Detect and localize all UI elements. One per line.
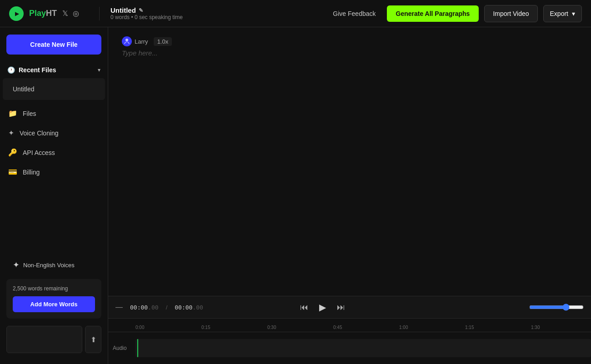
non-english-label: Non-English Voices bbox=[23, 262, 75, 269]
ruler-mark: 0:45 bbox=[333, 325, 399, 330]
svg-point-0 bbox=[125, 39, 128, 41]
paragraph-block: Larry 1.0x Type here... bbox=[122, 36, 577, 57]
paragraph-text[interactable]: Type here... bbox=[122, 49, 577, 57]
files-label: Files bbox=[23, 110, 36, 117]
api-access-label: API Access bbox=[23, 149, 55, 156]
ruler-mark: 1:00 bbox=[399, 325, 465, 330]
ruler-mark: 1:30 bbox=[531, 325, 591, 330]
playback-bar: — 00:00.00 / 00:00.00 ⏮ ▶ ⏭ bbox=[108, 296, 591, 319]
header: PlayHT 𝕏 ◎ Untitled ✎ 0 words • 0 sec sp… bbox=[0, 0, 591, 27]
recent-files-header[interactable]: 🕐 Recent Files ▾ bbox=[0, 62, 108, 78]
file-edit-icon[interactable]: ✎ bbox=[139, 7, 143, 14]
sidebar-nav: 📁 Files ✦ Voice Cloning 🔑 API Access 💳 B… bbox=[0, 104, 108, 182]
playback-controls: ⏮ ▶ ⏭ bbox=[298, 300, 347, 314]
generate-button[interactable]: Generate All Paragraphs bbox=[387, 5, 479, 22]
logo-text: PlayHT bbox=[29, 9, 57, 18]
logo-area: PlayHT 𝕏 ◎ bbox=[9, 6, 79, 21]
voice-avatar bbox=[122, 36, 132, 46]
file-meta: 0 words • 0 sec speaking time bbox=[110, 14, 183, 20]
voice-cloning-label: Voice Cloning bbox=[20, 130, 59, 137]
import-button[interactable]: Import Video bbox=[484, 5, 537, 22]
ruler-mark: 0:30 bbox=[267, 325, 333, 330]
clock-icon: 🕐 bbox=[7, 66, 15, 74]
sidebar-textarea-submit-button[interactable]: ⬆ bbox=[85, 326, 101, 353]
recent-files-list: Untitled bbox=[3, 78, 105, 100]
billing-icon: 💳 bbox=[8, 168, 17, 176]
timeline-ruler: 0:000:150:300:451:001:151:301:45 bbox=[108, 319, 591, 332]
volume-slider-wrap bbox=[529, 304, 584, 311]
sidebar-item-files[interactable]: 📁 Files bbox=[0, 104, 108, 123]
content-area: Larry 1.0x Type here... — 00:00.00 / 00:… bbox=[108, 27, 591, 364]
api-access-icon: 🔑 bbox=[8, 148, 17, 157]
logo-icon bbox=[9, 6, 24, 21]
ruler-mark: 0:15 bbox=[201, 325, 267, 330]
time-separator: / bbox=[166, 304, 168, 311]
audio-track-body bbox=[135, 339, 591, 357]
timeline-area: 0:000:150:300:451:001:151:301:45 Audio bbox=[108, 319, 591, 364]
file-title-text: Untitled bbox=[110, 6, 136, 14]
words-remaining-card: 2,500 words remaining Add More Words bbox=[6, 279, 101, 319]
non-english-voices-item[interactable]: ✦ Non-English Voices bbox=[6, 254, 101, 275]
playback-dash: — bbox=[115, 303, 123, 311]
skip-back-button[interactable]: ⏮ bbox=[298, 301, 310, 314]
ruler-mark: 1:15 bbox=[465, 325, 531, 330]
current-time: 00:00.00 bbox=[130, 304, 159, 311]
submit-icon: ⬆ bbox=[90, 335, 96, 344]
playhead bbox=[137, 339, 138, 357]
file-title-row: Untitled ✎ bbox=[110, 6, 183, 14]
social-icons: 𝕏 ◎ bbox=[62, 9, 79, 18]
export-label: Export bbox=[550, 10, 568, 17]
audio-track-label: Audio bbox=[113, 345, 135, 351]
volume-slider[interactable] bbox=[529, 304, 584, 311]
discord-icon[interactable]: ◎ bbox=[73, 9, 79, 18]
paragraph-controls: Larry 1.0x bbox=[122, 36, 577, 46]
skip-forward-button[interactable]: ⏭ bbox=[335, 301, 347, 314]
non-english-icon: ✦ bbox=[13, 260, 20, 270]
sidebar-top: Create New File bbox=[0, 35, 108, 55]
recent-files-left: 🕐 Recent Files bbox=[7, 66, 56, 74]
recent-file-item[interactable]: Untitled bbox=[8, 82, 100, 96]
header-right: Give Feedback Generate All Paragraphs Im… bbox=[327, 5, 582, 22]
voice-cloning-icon: ✦ bbox=[8, 129, 14, 137]
sidebar: Create New File 🕐 Recent Files ▾ Untitle… bbox=[0, 27, 108, 364]
sidebar-item-api-access[interactable]: 🔑 API Access bbox=[0, 143, 108, 162]
recent-files-label: Recent Files bbox=[19, 66, 56, 74]
export-button[interactable]: Export ▾ bbox=[543, 5, 582, 22]
file-info: Untitled ✎ 0 words • 0 sec speaking time bbox=[110, 6, 183, 20]
feedback-button[interactable]: Give Feedback bbox=[327, 6, 381, 21]
words-remaining-text: 2,500 words remaining bbox=[13, 285, 95, 292]
voice-badge[interactable]: Larry bbox=[122, 36, 148, 46]
header-divider bbox=[99, 7, 100, 20]
main-layout: Create New File 🕐 Recent Files ▾ Untitle… bbox=[0, 27, 591, 364]
total-time: 00:00.00 bbox=[175, 304, 203, 311]
speed-badge[interactable]: 1.0x bbox=[154, 37, 172, 46]
add-more-words-button[interactable]: Add More Words bbox=[13, 296, 95, 312]
editor: Larry 1.0x Type here... bbox=[108, 27, 591, 296]
billing-label: Billing bbox=[23, 169, 40, 176]
recent-files-chevron-icon: ▾ bbox=[98, 67, 100, 73]
sidebar-item-voice-cloning[interactable]: ✦ Voice Cloning bbox=[0, 123, 108, 143]
ruler-mark: 0:00 bbox=[135, 325, 201, 330]
voice-name: Larry bbox=[135, 38, 148, 45]
sidebar-item-billing[interactable]: 💳 Billing bbox=[0, 162, 108, 182]
export-chevron-icon: ▾ bbox=[572, 10, 575, 17]
play-button[interactable]: ▶ bbox=[317, 300, 328, 314]
files-icon: 📁 bbox=[8, 109, 17, 118]
sidebar-bottom: ✦ Non-English Voices 2,500 words remaini… bbox=[0, 254, 108, 357]
timeline-tracks: Audio bbox=[108, 332, 591, 364]
sidebar-textarea[interactable] bbox=[6, 326, 82, 353]
sidebar-input-area: ⬆ bbox=[6, 322, 101, 357]
create-new-file-button[interactable]: Create New File bbox=[6, 35, 101, 55]
twitter-icon[interactable]: 𝕏 bbox=[62, 9, 68, 18]
